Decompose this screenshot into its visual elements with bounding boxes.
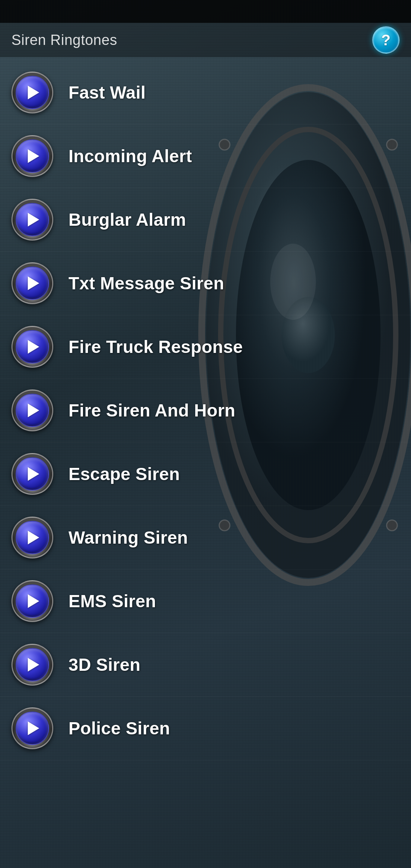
play-icon <box>28 213 39 227</box>
play-icon <box>28 276 39 290</box>
play-button[interactable] <box>11 644 53 686</box>
play-icon <box>28 149 39 163</box>
list-item[interactable]: Escape Siren <box>0 442 411 506</box>
list-item[interactable]: Incoming Alert <box>0 124 411 188</box>
list-item[interactable]: Burglar Alarm <box>0 188 411 252</box>
play-button[interactable] <box>11 135 53 177</box>
ringtone-list: Fast Wail Incoming Alert Burglar Alarm <box>0 57 411 764</box>
status-bar <box>0 0 411 23</box>
list-item[interactable]: Police Siren <box>0 697 411 760</box>
ringtone-name: Warning Siren <box>68 527 188 548</box>
ringtone-name: Incoming Alert <box>68 146 192 166</box>
list-item[interactable]: Fire Truck Response <box>0 315 411 379</box>
list-item[interactable]: Fire Siren And Horn <box>0 379 411 442</box>
help-button[interactable]: ? <box>372 26 400 54</box>
ringtone-name: Fast Wail <box>68 82 146 103</box>
play-icon <box>28 340 39 354</box>
play-button[interactable] <box>11 72 53 113</box>
list-item[interactable]: 3D Siren <box>0 633 411 697</box>
list-item[interactable]: EMS Siren <box>0 570 411 633</box>
play-button[interactable] <box>11 199 53 241</box>
ringtone-name: EMS Siren <box>68 591 156 611</box>
play-button[interactable] <box>11 517 53 558</box>
ringtone-name: Fire Truck Response <box>68 337 243 357</box>
help-icon: ? <box>381 32 390 48</box>
ringtone-name: Txt Message Siren <box>68 273 224 294</box>
play-icon <box>28 531 39 544</box>
play-icon <box>28 594 39 608</box>
play-button[interactable] <box>11 326 53 368</box>
list-item[interactable]: Warning Siren <box>0 506 411 570</box>
play-icon <box>28 658 39 672</box>
ringtone-name: 3D Siren <box>68 654 140 675</box>
ringtone-name: Fire Siren And Horn <box>68 400 235 421</box>
ringtone-name: Escape Siren <box>68 464 180 484</box>
ringtone-name: Burglar Alarm <box>68 209 186 230</box>
play-button[interactable] <box>11 389 53 431</box>
play-icon <box>28 404 39 417</box>
list-item[interactable]: Txt Message Siren <box>0 252 411 315</box>
play-icon <box>28 721 39 735</box>
play-icon <box>28 467 39 481</box>
play-button[interactable] <box>11 262 53 304</box>
app-title: Siren Ringtones <box>11 32 117 48</box>
play-button[interactable] <box>11 453 53 495</box>
play-button[interactable] <box>11 580 53 622</box>
play-button[interactable] <box>11 707 53 749</box>
ringtone-name: Police Siren <box>68 718 170 739</box>
list-item[interactable]: Fast Wail <box>0 61 411 124</box>
play-icon <box>28 86 39 99</box>
app-header: Siren Ringtones ? <box>0 23 411 57</box>
